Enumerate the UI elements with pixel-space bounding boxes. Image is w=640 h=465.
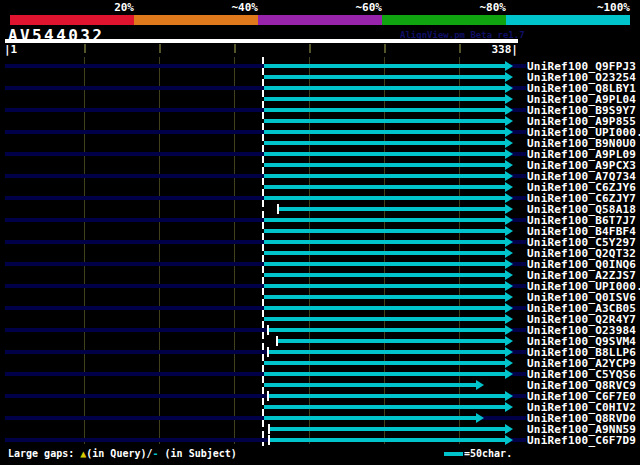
gridline <box>159 57 160 444</box>
hit-arrowhead[interactable] <box>505 237 513 247</box>
hit-arrowhead[interactable] <box>505 281 513 291</box>
hit-bar[interactable] <box>264 240 505 244</box>
hit-arrowhead[interactable] <box>476 380 484 390</box>
hit-bar[interactable] <box>264 284 505 288</box>
hit-arrowhead[interactable] <box>505 160 513 170</box>
hit-arrowhead[interactable] <box>505 259 513 269</box>
hit-bar[interactable] <box>279 207 505 211</box>
hit-arrowhead[interactable] <box>505 193 513 203</box>
ruler-tick <box>234 44 236 53</box>
hit-arrowhead[interactable] <box>505 171 513 181</box>
hit-bar[interactable] <box>264 317 505 321</box>
hit-bar[interactable] <box>270 427 505 431</box>
hit-bar[interactable] <box>264 64 505 68</box>
hit-arrowhead[interactable] <box>505 314 513 324</box>
hit-bar[interactable] <box>264 295 505 299</box>
scale-segment <box>382 15 506 25</box>
ruler-tick <box>309 44 311 53</box>
ruler-tick <box>84 44 86 53</box>
hit-arrowhead[interactable] <box>505 347 513 357</box>
hit-bar[interactable] <box>264 306 505 310</box>
scale-label: ~80% <box>458 1 506 14</box>
scale-segment <box>134 15 258 25</box>
hit-arrowhead[interactable] <box>505 204 513 214</box>
hit-arrowhead[interactable] <box>505 83 513 93</box>
hit-bar[interactable] <box>264 262 505 266</box>
ruler-start-label: |1 <box>4 43 17 56</box>
hit-arrowhead[interactable] <box>505 116 513 126</box>
query-sequence-bar <box>5 39 518 43</box>
hit-arrowhead[interactable] <box>505 402 513 412</box>
hit-bar[interactable] <box>264 251 505 255</box>
hit-arrowhead[interactable] <box>505 226 513 236</box>
ruler-end-label: 338| <box>488 43 518 56</box>
large-gaps-legend: Large gaps: ▲(in Query)/- (in Subject) <box>8 448 237 459</box>
hit-bar[interactable] <box>264 185 505 189</box>
hit-arrowhead[interactable] <box>505 336 513 346</box>
hit-bar[interactable] <box>264 405 505 409</box>
scale-label: ~40% <box>210 1 258 14</box>
hit-arrowhead[interactable] <box>505 127 513 137</box>
gap-tick <box>267 325 269 335</box>
ruler-tick <box>384 44 386 53</box>
hit-label[interactable]: UniRef100_C6F7D9 <box>527 434 636 447</box>
hit-arrowhead[interactable] <box>505 138 513 148</box>
gap-tick <box>276 336 278 346</box>
hit-bar[interactable] <box>269 394 505 398</box>
gridline <box>234 57 235 444</box>
hit-bar[interactable] <box>264 229 505 233</box>
hit-bar[interactable] <box>269 350 505 354</box>
hit-bar[interactable] <box>264 108 505 112</box>
gridline <box>84 57 85 444</box>
hit-bar[interactable] <box>264 361 505 365</box>
large-gaps-label: Large gaps: <box>8 448 80 459</box>
hit-bar[interactable] <box>264 416 476 420</box>
hit-bar[interactable] <box>264 273 505 277</box>
hit-bar[interactable] <box>264 174 505 178</box>
hit-bar[interactable] <box>278 339 505 343</box>
gap-tick <box>277 204 279 214</box>
hit-bar[interactable] <box>264 75 505 79</box>
hit-arrowhead[interactable] <box>505 325 513 335</box>
scale-label: ~100% <box>582 1 630 14</box>
hit-arrowhead[interactable] <box>505 248 513 258</box>
hit-bar[interactable] <box>264 86 505 90</box>
hit-bar[interactable] <box>270 438 505 442</box>
hit-bar[interactable] <box>264 218 505 222</box>
scale-segment <box>506 15 630 25</box>
scale-label: ~60% <box>334 1 382 14</box>
gap-query-text: (in Query)/ <box>86 448 152 459</box>
hit-bar[interactable] <box>264 152 505 156</box>
hit-arrowhead[interactable] <box>505 105 513 115</box>
hit-arrowhead[interactable] <box>505 303 513 313</box>
hit-arrowhead[interactable] <box>505 61 513 71</box>
hit-arrowhead[interactable] <box>505 435 513 445</box>
hit-bar[interactable] <box>264 383 476 387</box>
hit-arrowhead[interactable] <box>505 391 513 401</box>
hit-bar[interactable] <box>264 372 505 376</box>
gap-tick <box>268 435 270 445</box>
hit-bar[interactable] <box>264 119 505 123</box>
hit-bar[interactable] <box>264 163 505 167</box>
hit-arrowhead[interactable] <box>505 270 513 280</box>
hit-bar[interactable] <box>264 97 505 101</box>
hit-arrowhead[interactable] <box>505 149 513 159</box>
hit-bar[interactable] <box>264 196 505 200</box>
scale-segment <box>10 15 134 25</box>
hit-arrowhead[interactable] <box>505 72 513 82</box>
hit-arrowhead[interactable] <box>505 292 513 302</box>
hit-bar[interactable] <box>269 328 505 332</box>
hit-bar[interactable] <box>264 130 505 134</box>
gap-tick <box>268 424 270 434</box>
hit-arrowhead[interactable] <box>476 413 484 423</box>
hit-arrowhead[interactable] <box>505 358 513 368</box>
hit-arrowhead[interactable] <box>505 369 513 379</box>
hit-arrowhead[interactable] <box>505 215 513 225</box>
blast-alignment-overview: 20%~40%~60%~80%~100% AV544032 AlignView.… <box>0 0 640 465</box>
scale-line-sample <box>444 452 463 456</box>
hit-arrowhead[interactable] <box>505 182 513 192</box>
hit-arrowhead[interactable] <box>505 94 513 104</box>
gap-subject-text: (in Subject) <box>159 448 237 459</box>
hit-arrowhead[interactable] <box>505 424 513 434</box>
hit-bar[interactable] <box>264 141 505 145</box>
